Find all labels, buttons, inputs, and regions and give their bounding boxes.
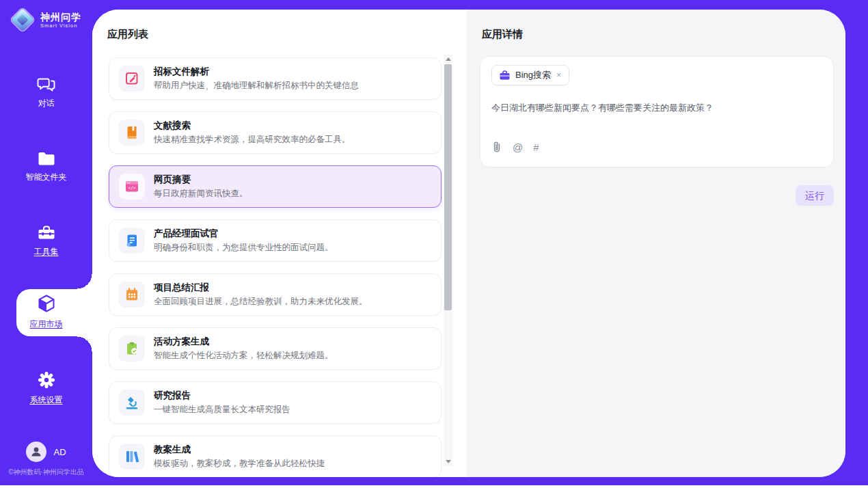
books-icon	[119, 444, 145, 470]
app-card-title: 项目总结汇报	[154, 282, 368, 294]
scrollbar-thumb[interactable]	[444, 64, 452, 310]
app-card-title: 教案生成	[154, 444, 325, 456]
sidebar-item-chat-label: 对话	[38, 98, 55, 109]
app-card-research-report[interactable]: 研究报告 一键智能生成高质量长文本研究报告	[109, 381, 442, 424]
user-initials: AD	[53, 447, 66, 457]
composer-toolbar: @ #	[491, 141, 539, 153]
folder-icon	[37, 150, 56, 167]
app-card-pm-interviewer[interactable]: 产品经理面试官 明确身份和职责，为您提供专业性的面试问题。	[109, 219, 442, 262]
app-card-title: 网页摘要	[154, 174, 248, 186]
app-card-desc: 模板驱动，教案秒成，教学准备从此轻松快捷	[154, 458, 325, 470]
sidebar: 神州问学 Smart Vision 对话 智能文件夹	[0, 0, 92, 485]
sidebar-item-settings[interactable]: 系统设置	[0, 370, 92, 406]
app-card-list: 招标文件解析 帮助用户快速、准确地理解和解析招标书中的关键信息 文献搜索	[109, 57, 442, 477]
app-card-desc: 明确身份和职责，为您提供专业性的面试问题。	[154, 242, 334, 254]
copyright-footer: ©神州数码·神州问学出品	[0, 467, 92, 477]
book-icon	[119, 120, 145, 146]
query-composer-card[interactable]: Bing搜索 × 今日湖北有哪些新闻要点？有哪些需要关注的最新政策？ @ #	[480, 56, 834, 167]
user-account[interactable]: AD	[0, 442, 92, 462]
brand-subtitle: Smart Vision	[40, 23, 81, 29]
sidebar-item-app-market-label: 应用市场	[30, 318, 63, 330]
close-icon[interactable]: ×	[556, 70, 562, 80]
sidebar-item-toolset-label: 工具集	[34, 246, 59, 258]
clipboard-check-icon	[119, 336, 145, 362]
brand-logo: 神州问学 Smart Vision	[11, 8, 81, 31]
toolbox-icon	[37, 224, 56, 241]
query-text[interactable]: 今日湖北有哪些新闻要点？有哪些需要关注的最新政策？	[491, 102, 822, 114]
at-icon[interactable]: @	[513, 141, 523, 153]
app-window: 神州问学 Smart Vision 对话 智能文件夹	[0, 0, 868, 488]
briefcase-icon	[499, 70, 511, 81]
scrollbar-down-arrow[interactable]	[444, 457, 452, 466]
app-card-title: 研究报告	[154, 390, 290, 402]
active-nav-curve-top	[77, 274, 92, 289]
run-button[interactable]: 运行	[796, 185, 834, 206]
app-card-title: 招标文件解析	[154, 66, 359, 78]
sidebar-item-settings-label: 系统设置	[30, 394, 63, 406]
chat-icon	[37, 75, 55, 93]
brand-logo-icon	[11, 8, 34, 31]
app-card-project-summary[interactable]: 项目总结汇报 全面回顾项目进展，总结经验教训，助力未来优化发展。	[109, 273, 442, 316]
app-card-desc: 每日政府新闻资讯快查。	[154, 188, 248, 200]
app-card-desc: 帮助用户快速、准确地理解和解析招标书中的关键信息	[154, 80, 359, 92]
app-card-desc: 一键智能生成高质量长文本研究报告	[154, 404, 290, 416]
brand-name: 神州问学	[40, 12, 81, 23]
app-list-title: 应用列表	[107, 28, 148, 41]
app-card-desc: 快速精准查找学术资源，提高研究效率的必备工具。	[154, 134, 351, 146]
sidebar-item-app-market[interactable]: 应用市场	[0, 293, 92, 330]
app-card-lesson-plan[interactable]: 教案生成 模板驱动，教案秒成，教学准备从此轻松快捷	[109, 435, 442, 477]
app-card-literature-search[interactable]: 文献搜索 快速精准查找学术资源，提高研究效率的必备工具。	[109, 111, 442, 154]
app-detail-panel: 应用详情 Bing搜索 × 今日湖北有哪些新闻要点？有哪些需要关注的最新政策？	[466, 10, 845, 477]
app-card-desc: 全面回顾项目进展，总结经验教训，助力未来优化发展。	[154, 296, 368, 308]
scrollbar-up-arrow[interactable]	[444, 55, 452, 64]
microscope-icon	[119, 390, 145, 416]
tool-chip-label: Bing搜索	[515, 69, 551, 81]
app-detail-title: 应用详情	[482, 28, 523, 41]
active-nav-curve-bottom	[77, 336, 92, 351]
interview-document-icon	[119, 228, 145, 254]
app-card-title: 活动方案生成	[154, 336, 334, 348]
app-card-title: 文献搜索	[154, 120, 351, 132]
tool-chip-bing-search[interactable]: Bing搜索 ×	[491, 65, 569, 85]
app-list-panel: 应用列表 招标文件解析 帮助用户快速、准确地理解和解析招标书中的关键信息	[92, 10, 466, 477]
sidebar-item-toolset[interactable]: 工具集	[0, 224, 92, 258]
app-card-webpage-summary[interactable]: </> 网页摘要 每日政府新闻资讯快查。	[109, 165, 442, 208]
webpage-code-icon: </>	[119, 174, 145, 200]
sidebar-item-smart-folder[interactable]: 智能文件夹	[0, 150, 92, 183]
edit-document-icon	[119, 66, 145, 92]
content-area: 应用列表 招标文件解析 帮助用户快速、准确地理解和解析招标书中的关键信息	[92, 10, 845, 477]
user-avatar-icon	[26, 442, 46, 462]
summary-note-icon	[119, 282, 145, 308]
svg-text:</>: </>	[128, 185, 135, 190]
app-card-bid-analysis[interactable]: 招标文件解析 帮助用户快速、准确地理解和解析招标书中的关键信息	[109, 57, 442, 100]
paperclip-icon[interactable]	[491, 141, 502, 153]
sidebar-item-smart-folder-label: 智能文件夹	[26, 172, 67, 183]
cube-icon	[36, 293, 57, 314]
app-card-title: 产品经理面试官	[154, 228, 334, 240]
bottom-margin	[0, 485, 868, 488]
app-card-event-plan[interactable]: 活动方案生成 智能生成个性化活动方案，轻松解决规划难题。	[109, 327, 442, 370]
app-card-desc: 智能生成个性化活动方案，轻松解决规划难题。	[154, 350, 334, 362]
gear-icon	[37, 370, 56, 390]
hash-icon[interactable]: #	[533, 141, 539, 153]
app-list-scrollbar[interactable]	[444, 55, 452, 466]
sidebar-item-chat[interactable]: 对话	[0, 75, 92, 109]
